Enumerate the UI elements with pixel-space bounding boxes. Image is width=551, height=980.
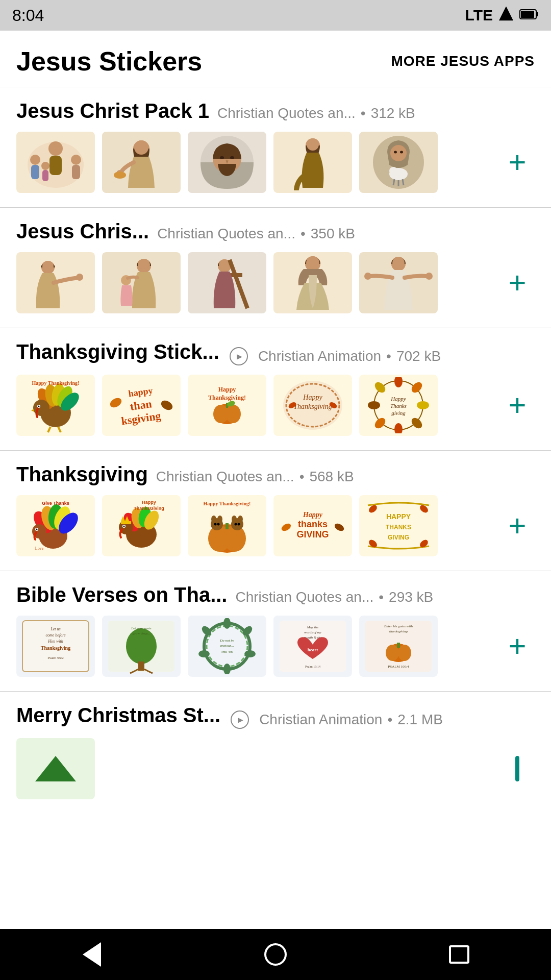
more-apps-button[interactable]: MORE JESUS APPS <box>391 53 535 69</box>
add-pack-button[interactable] <box>500 751 535 786</box>
sticker-preview-area: Let us come before Him with Thanksgiving… <box>16 616 494 677</box>
pack-name: Jesus Chris... <box>16 220 149 243</box>
svg-text:Happy Thanksgiving!: Happy Thanksgiving! <box>204 501 251 506</box>
sticker-preview-area <box>16 132 494 193</box>
sticker-thumb: Happy Thanks giving <box>359 375 438 436</box>
sticker-thumb <box>16 738 95 799</box>
svg-text:Thanksgiving!: Thanksgiving! <box>208 394 246 401</box>
pack-name: Thanksgiving Stick... <box>16 340 219 363</box>
animated-icon <box>231 710 249 729</box>
pack-meta: Christian Animation • 702 kB <box>228 347 535 365</box>
status-icons: LTE <box>465 7 539 24</box>
pack-author: Christian Animation <box>258 348 381 364</box>
svg-text:happy: happy <box>128 385 153 399</box>
svg-text:words of my: words of my <box>304 630 322 634</box>
svg-text:Happy: Happy <box>218 386 236 393</box>
svg-text:ksgiving: ksgiving <box>120 409 162 428</box>
status-time: 8:04 <box>12 6 44 25</box>
pack-author: Christian Quotes an... <box>235 589 373 605</box>
add-pack-button[interactable]: + <box>500 629 535 664</box>
svg-rect-11 <box>72 165 80 179</box>
svg-text:THANKS: THANKS <box>386 524 411 531</box>
svg-point-10 <box>71 155 81 165</box>
sticker-thumb: Happy ThanksGiving <box>102 495 181 556</box>
svg-text:PSALM 100:4: PSALM 100:4 <box>388 665 409 669</box>
svg-point-122 <box>238 516 243 523</box>
add-pack-button[interactable]: + <box>500 265 535 300</box>
sticker-thumb <box>102 252 181 313</box>
svg-line-60 <box>58 427 61 432</box>
svg-point-83 <box>417 401 429 409</box>
sticker-thumb: Happy Thanksgiving! <box>16 375 95 436</box>
svg-text:Do not be: Do not be <box>219 639 234 643</box>
svg-text:Happy: Happy <box>142 500 156 505</box>
svg-point-23 <box>307 138 319 151</box>
svg-point-58 <box>38 406 40 407</box>
pack-name: Merry Christmas St... <box>16 704 220 727</box>
pack-row: Jesus Christ Pack 1 Christian Quotes an.… <box>0 87 551 208</box>
sticker-thumb <box>273 252 352 313</box>
svg-rect-4 <box>537 12 538 16</box>
pack-row: Bible Verses on Tha... Christian Quotes … <box>0 571 551 692</box>
svg-point-119 <box>211 516 216 523</box>
svg-rect-3 <box>521 11 534 18</box>
pack-name: Jesus Christ Pack 1 <box>16 100 209 122</box>
svg-rect-7 <box>49 156 62 175</box>
back-button[interactable] <box>71 934 112 975</box>
svg-text:Him with: Him with <box>47 639 63 644</box>
svg-point-158 <box>198 650 210 657</box>
svg-text:Psalm 19:14: Psalm 19:14 <box>305 665 320 668</box>
svg-text:Thanksgiving: Thanksgiving <box>41 645 70 651</box>
svg-point-157 <box>223 664 231 674</box>
add-pack-button[interactable]: + <box>500 388 535 423</box>
lte-icon: LTE <box>465 7 493 24</box>
svg-point-20 <box>220 156 224 159</box>
svg-point-45 <box>306 256 319 270</box>
pack-header: Thanksgiving Stick... Christian Animatio… <box>16 340 535 365</box>
sticker-preview-area <box>16 252 494 313</box>
svg-marker-1 <box>500 8 512 20</box>
pack-meta: Christian Quotes an... • 312 kB <box>217 105 535 121</box>
add-pack-button[interactable]: + <box>500 508 535 543</box>
sticker-thumb: Let your roots grow deep... <box>102 616 181 677</box>
sticker-thumb: HAPPY THANKS GIVING <box>359 495 438 556</box>
svg-text:Happy: Happy <box>303 394 322 401</box>
home-button[interactable] <box>255 934 296 975</box>
svg-point-15 <box>134 140 148 155</box>
svg-rect-9 <box>31 165 39 179</box>
svg-line-31 <box>393 179 394 185</box>
pack-author: Christian Quotes an... <box>156 469 294 485</box>
svg-text:Happy: Happy <box>390 396 406 402</box>
sticker-thumb <box>102 132 181 193</box>
svg-text:heart: heart <box>308 647 318 652</box>
pack-author: Christian Animation <box>259 712 382 728</box>
sticker-thumb: Happy thanks GIVING <box>273 495 352 556</box>
svg-text:anxious...: anxious... <box>220 644 234 648</box>
sticker-thumb <box>16 132 95 193</box>
recents-button[interactable] <box>439 934 480 975</box>
sticker-thumb: Do not be anxious... Phil 4:6 <box>188 616 266 677</box>
sticker-thumb: Enter his gates with thanksgiving PSALM … <box>359 616 438 677</box>
sticker-thumb: Let us come before Him with Thanksgiving… <box>16 616 95 677</box>
add-pack-button[interactable]: + <box>500 145 535 180</box>
pack-header: Jesus Christ Pack 1 Christian Quotes an.… <box>16 100 535 122</box>
sticker-row: + <box>16 252 535 313</box>
svg-point-120 <box>217 516 222 523</box>
svg-text:Thanksgiving: Thanksgiving <box>293 403 332 410</box>
svg-text:GIVING: GIVING <box>296 529 329 540</box>
pack-header: Jesus Chris... Christian Quotes an... • … <box>16 220 535 243</box>
sticker-preview-area: Happy Thanksgiving! happy than ksgiving <box>16 375 494 436</box>
svg-point-28 <box>400 151 403 154</box>
add-icon: + <box>508 267 526 298</box>
pack-name: Thanksgiving <box>16 463 148 486</box>
svg-text:Enter his gates with: Enter his gates with <box>384 624 413 628</box>
sticker-row: + <box>16 132 535 193</box>
sticker-thumb: happy than ksgiving <box>102 375 181 436</box>
battery-icon <box>519 7 539 23</box>
bottom-nav-bar <box>0 929 551 980</box>
svg-point-121 <box>232 516 237 523</box>
sticker-thumb: Give Thanks Love <box>16 495 95 556</box>
svg-point-88 <box>373 380 387 395</box>
sticker-thumb <box>188 252 266 313</box>
pack-list: Jesus Christ Pack 1 Christian Quotes an.… <box>0 87 551 814</box>
